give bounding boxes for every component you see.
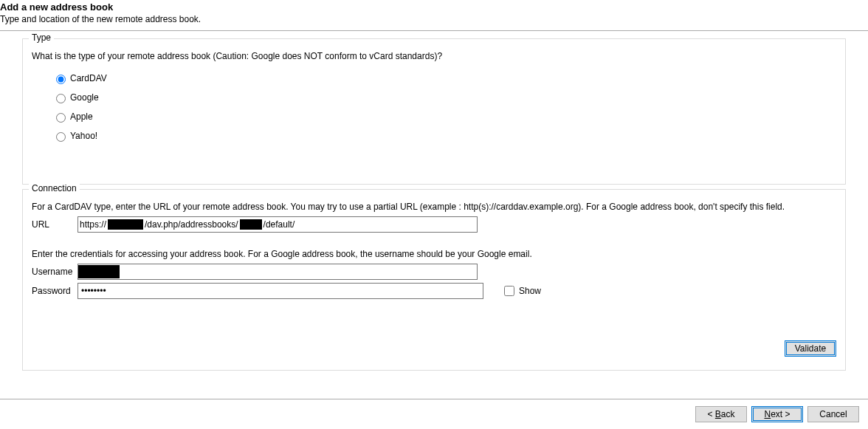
validate-button[interactable]: Validate [785, 340, 836, 357]
type-group-label: Type [29, 32, 54, 43]
username-redacted [78, 265, 120, 278]
wizard-header: Add a new address book Type and location… [0, 0, 868, 31]
radio-google[interactable] [56, 94, 66, 103]
url-part-2: /dav.php/addressbooks/ [143, 219, 240, 230]
radio-yahoo[interactable] [56, 132, 66, 142]
type-radio-list: CardDAV Google Apple Yahoo! [32, 69, 836, 145]
back-accel: B [715, 409, 721, 419]
next-rest: ext > [771, 409, 790, 419]
url-part-3: /default/ [262, 219, 297, 230]
wizard-title: Add a new address book [0, 1, 868, 13]
credentials-desc: Enter the credentials for accessing your… [32, 249, 836, 259]
next-accel: N [764, 409, 771, 419]
wizard-content: Type What is the type of your remote add… [0, 31, 868, 371]
type-question: What is the type of your remote address … [32, 51, 836, 61]
back-rest: ack [721, 409, 735, 419]
radio-yahoo-label[interactable]: Yahoo! [70, 131, 97, 141]
username-input[interactable] [78, 264, 478, 280]
radio-carddav[interactable] [56, 75, 66, 84]
url-part-1: https:// [78, 219, 108, 230]
show-password-checkbox[interactable] [504, 286, 514, 296]
url-label: URL [32, 219, 78, 230]
back-prefix: < [707, 409, 714, 419]
username-label: Username [32, 267, 78, 277]
connection-group-label: Connection [29, 183, 80, 193]
connection-url-desc: For a CardDAV type, enter the URL of you… [32, 202, 836, 212]
next-button[interactable]: Next > [751, 406, 803, 422]
wizard-footer: < Back Next > Cancel [0, 399, 868, 429]
radio-google-label[interactable]: Google [70, 92, 99, 103]
password-label: Password [32, 286, 78, 296]
radio-carddav-label[interactable]: CardDAV [70, 73, 107, 83]
url-input[interactable]: https:// /dav.php/addressbooks/ /default… [78, 216, 478, 233]
radio-apple[interactable] [56, 113, 66, 123]
wizard-subtitle: Type and location of the new remote addr… [0, 14, 868, 24]
url-redacted-host [108, 219, 143, 230]
connection-groupbox: Connection For a CardDAV type, enter the… [22, 189, 846, 371]
cancel-button[interactable]: Cancel [807, 406, 859, 422]
password-input[interactable] [78, 283, 483, 299]
url-redacted-user [240, 219, 262, 230]
back-button[interactable]: < Back [695, 406, 747, 422]
show-password-label[interactable]: Show [519, 286, 541, 296]
type-groupbox: Type What is the type of your remote add… [22, 38, 846, 185]
radio-apple-label[interactable]: Apple [70, 111, 93, 122]
